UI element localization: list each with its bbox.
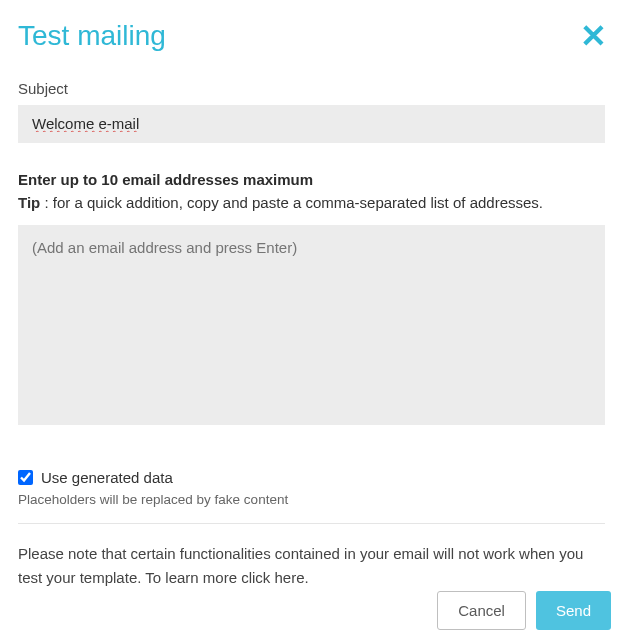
email-addresses-input[interactable] xyxy=(18,225,605,425)
subject-input[interactable] xyxy=(32,115,591,132)
generated-data-label: Use generated data xyxy=(41,469,173,486)
generated-data-row: Use generated data xyxy=(18,469,605,486)
generated-data-note: Placeholders will be replaced by fake co… xyxy=(18,492,605,507)
cancel-button[interactable]: Cancel xyxy=(437,591,526,630)
warning-text: Please note that certain functionalities… xyxy=(18,542,605,590)
subject-label: Subject xyxy=(18,80,605,97)
send-button[interactable]: Send xyxy=(536,591,611,630)
subject-input-wrap xyxy=(18,105,605,143)
email-tip: Tip : for a quick addition, copy and pas… xyxy=(18,194,605,211)
separator xyxy=(18,523,605,524)
email-heading: Enter up to 10 email addresses maximum xyxy=(18,171,605,188)
test-mailing-modal: Test mailing ✕ Subject Enter up to 10 em… xyxy=(0,0,629,644)
modal-title: Test mailing xyxy=(18,20,166,52)
modal-header: Test mailing ✕ xyxy=(18,20,611,52)
tip-label: Tip xyxy=(18,194,40,211)
tip-text: : for a quick addition, copy and paste a… xyxy=(40,194,543,211)
warning-after: . xyxy=(305,569,309,586)
generated-data-checkbox[interactable] xyxy=(18,470,33,485)
modal-body-scroll[interactable]: Subject Enter up to 10 email addresses m… xyxy=(18,80,611,590)
learn-more-link[interactable]: click here xyxy=(241,569,304,586)
modal-footer: Cancel Send xyxy=(437,591,611,630)
close-icon[interactable]: ✕ xyxy=(576,20,611,52)
